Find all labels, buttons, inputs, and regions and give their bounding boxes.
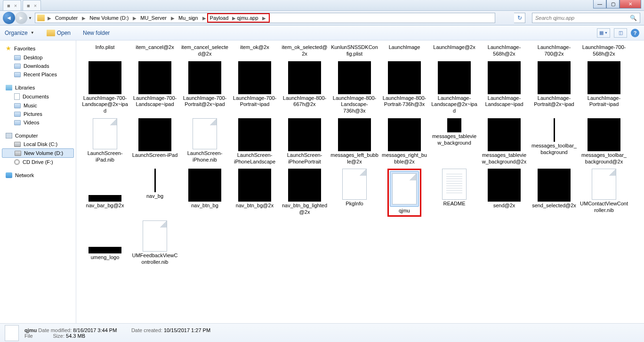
file-item[interactable]: LaunchImage-700-Landscape@2x~ipad <box>80 59 130 116</box>
file-item[interactable]: nav_btn_bg_lighted@2x <box>280 167 330 219</box>
window-close-button[interactable]: ✕ <box>620 0 641 8</box>
window-minimize-button[interactable]: — <box>593 0 606 8</box>
search-box[interactable]: 🔍 <box>532 13 640 23</box>
file-item[interactable]: README <box>429 167 479 219</box>
file-item[interactable]: send_selected@2x <box>529 167 579 219</box>
file-item-selected[interactable]: qjmu <box>379 167 429 219</box>
file-item[interactable]: LaunchImage-568h@2x <box>479 41 529 59</box>
history-dropdown-icon[interactable]: ▼ <box>28 16 32 20</box>
browser-tab-1[interactable]: ■× <box>3 0 21 10</box>
sidebar-recent-places[interactable]: Recent Places <box>0 70 76 79</box>
file-item[interactable]: LaunchImage-700-Portrait~ipad <box>230 59 280 116</box>
sidebar-new-volume-d[interactable]: New Volume (D:) <box>2 148 74 158</box>
file-item[interactable]: LaunchImage-700-Landscape~ipad <box>130 59 180 116</box>
file-item[interactable]: LaunchImage-700@2x <box>529 41 579 59</box>
sidebar-pictures[interactable]: Pictures <box>0 110 76 118</box>
sidebar-desktop[interactable]: Desktop <box>0 53 76 62</box>
file-list-pane[interactable]: Info.plistitem_cancel@2xitem_cancel_sele… <box>76 41 644 323</box>
file-label: PkgInfo <box>346 201 363 207</box>
file-item[interactable]: LaunchImage-Portrait~ipad <box>579 59 629 116</box>
sidebar-computer[interactable]: Computer <box>0 131 76 140</box>
file-item[interactable]: item_cancel_selected@2x <box>180 41 230 59</box>
file-thumbnail <box>388 61 421 94</box>
file-item[interactable]: LaunchScreen-iPad.nib <box>80 116 130 167</box>
file-item[interactable]: messages_toolbar_background@2x <box>579 116 629 167</box>
breadcrumb-payload[interactable]: Payload ▶ qjmu.app ▶ <box>207 13 270 23</box>
sidebar-videos[interactable]: Videos <box>0 118 76 127</box>
file-item[interactable]: send@2x <box>479 167 529 219</box>
refresh-button[interactable]: ↻ <box>514 13 525 23</box>
open-button[interactable]: Open <box>47 30 71 36</box>
file-item[interactable]: messages_toolbar_background <box>529 116 579 167</box>
new-folder-button[interactable]: New folder <box>83 30 110 36</box>
file-thumbnail <box>188 61 221 94</box>
file-item[interactable]: LaunchImage-800-Portrait-736h@3x <box>379 59 429 116</box>
forward-button[interactable]: ► <box>15 12 27 24</box>
file-item[interactable]: LaunchImage@2x <box>429 41 479 59</box>
file-item[interactable]: nav_btn_bg <box>180 167 230 219</box>
chevron-right-icon[interactable]: ▶ <box>201 16 207 21</box>
file-item[interactable]: item_ok@2x <box>230 41 280 59</box>
file-item[interactable]: LaunchImage-700-568h@2x <box>579 41 629 59</box>
file-item[interactable]: LaunchScreen-iPad <box>130 116 180 167</box>
details-modified-value: 8/16/2017 3:44 PM <box>73 327 117 333</box>
file-item[interactable]: messages_tableview_background <box>429 116 479 167</box>
file-item[interactable]: LaunchImage-Landscape@2x~ipad <box>429 59 479 116</box>
file-item[interactable]: UMFeedbackViewController.nib <box>130 219 180 268</box>
chevron-right-icon[interactable]: ▶ <box>261 16 267 21</box>
file-item[interactable]: LaunchImage <box>379 41 429 59</box>
sidebar-favorites[interactable]: ★Favorites <box>0 43 76 53</box>
file-item[interactable]: LaunchScreen-iPhonePortrait <box>280 116 330 167</box>
search-input[interactable] <box>535 15 630 21</box>
file-item[interactable]: Info.plist <box>80 41 130 59</box>
window-maximize-button[interactable]: ▢ <box>606 0 620 8</box>
sidebar-libraries[interactable]: Libraries <box>0 83 76 92</box>
help-button[interactable]: ? <box>631 29 639 37</box>
file-item[interactable]: nav_bar_bg@2x <box>80 167 130 219</box>
file-item[interactable]: KunlunSNSSDKConfig.plist <box>330 41 379 59</box>
file-item[interactable]: nav_btn_bg@2x <box>230 167 280 219</box>
breadcrumb[interactable]: ▶ Computer ▶ New Volume (D:) ▶ MU_Server… <box>35 13 495 23</box>
sidebar-local-disk-c[interactable]: Local Disk (C:) <box>0 140 76 148</box>
file-item[interactable]: LaunchImage-Portrait@2x~ipad <box>529 59 579 116</box>
chevron-right-icon[interactable]: ▶ <box>81 16 87 21</box>
file-label: LaunchScreen-iPhonePortrait <box>281 152 329 165</box>
chevron-right-icon[interactable]: ▶ <box>170 16 176 21</box>
back-button[interactable]: ◄ <box>3 12 15 24</box>
file-item[interactable]: item_cancel@2x <box>130 41 180 59</box>
chevron-right-icon[interactable]: ▶ <box>132 16 137 21</box>
sidebar-cd-drive-f[interactable]: CD Drive (F:) <box>0 158 76 166</box>
chevron-right-icon[interactable]: ▶ <box>47 16 52 21</box>
file-item[interactable]: LaunchScreen-iPhoneLandscape <box>230 116 280 167</box>
file-item[interactable]: LaunchImage-Landscape~ipad <box>479 59 529 116</box>
file-label: LaunchImage-700@2x <box>530 44 578 57</box>
browser-tab-2[interactable]: ■× <box>23 0 41 10</box>
file-item[interactable]: item_ok_selected@2x <box>280 41 330 59</box>
file-label: messages_tableview_background@2x <box>480 152 528 165</box>
sidebar-music[interactable]: Music <box>0 101 76 110</box>
file-item[interactable]: LaunchImage-700-Portrait@2x~ipad <box>180 59 230 116</box>
file-item[interactable]: nav_bg <box>130 167 180 219</box>
sidebar-downloads[interactable]: Downloads <box>0 62 76 70</box>
file-item[interactable]: messages_tableview_background@2x <box>479 116 529 167</box>
file-item[interactable]: umeng_logo <box>80 219 130 268</box>
file-item[interactable]: messages_right_bubble@2x <box>379 116 429 167</box>
sidebar-documents[interactable]: Documents <box>0 92 76 101</box>
file-item[interactable]: LaunchScreen-iPhone.nib <box>180 116 230 167</box>
file-item[interactable]: UMContactViewController.nib <box>579 167 629 219</box>
breadcrumb-computer[interactable]: Computer <box>52 13 81 23</box>
organize-menu[interactable]: Organize▼ <box>5 30 34 36</box>
search-icon[interactable]: 🔍 <box>630 15 637 21</box>
file-item[interactable]: LaunchImage-800-Landscape-736h@3x <box>330 59 379 116</box>
disk-icon <box>14 142 21 147</box>
file-item[interactable]: messages_left_bubble@2x <box>330 116 379 167</box>
view-mode-button[interactable]: ▦▼ <box>597 28 610 38</box>
breadcrumb-mu-sign[interactable]: Mu_sign <box>176 13 201 23</box>
chevron-right-icon[interactable]: ▶ <box>231 16 237 21</box>
breadcrumb-mu-server[interactable]: MU_Server <box>137 13 170 23</box>
breadcrumb-volume[interactable]: New Volume (D:) <box>87 13 132 23</box>
file-item[interactable]: LaunchImage-800-667h@2x <box>280 59 330 116</box>
preview-pane-button[interactable]: ◫ <box>614 28 627 38</box>
sidebar-network[interactable]: Network <box>0 171 76 179</box>
file-item[interactable]: PkgInfo <box>330 167 379 219</box>
